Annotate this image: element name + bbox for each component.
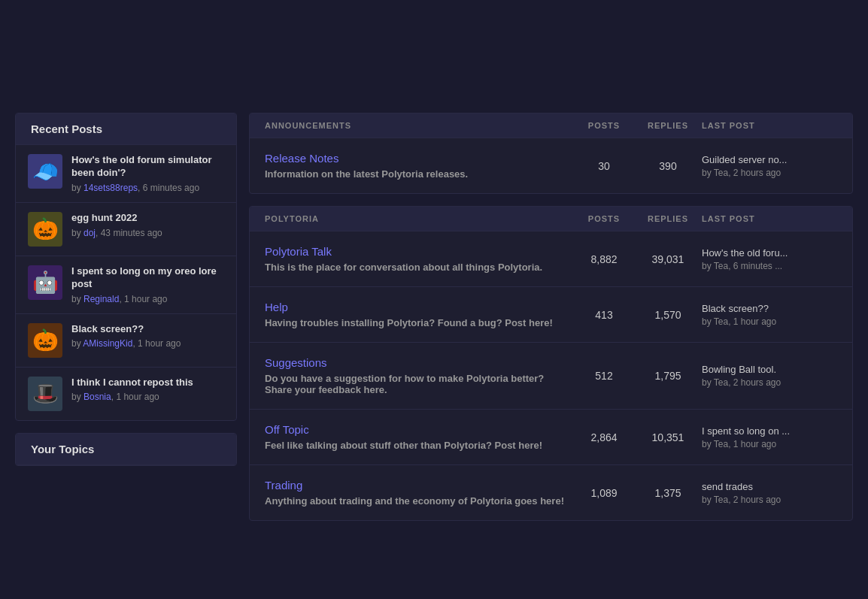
avatar-icon: 🎃	[32, 216, 59, 241]
sidebar: Recent Posts 🧢 How's the old forum simul…	[15, 113, 237, 533]
post-info: How's the old forum simulator been doin'…	[71, 154, 224, 193]
post-info: I spent so long on my oreo lore post by …	[71, 265, 224, 304]
post-info: Black screen?? by AMissingKid, 1 hour ag…	[71, 323, 224, 349]
forum-info: Release Notes Information on the latest …	[265, 152, 574, 180]
forum-header-row: POLYTORIA POSTS REPLIES LAST POST	[250, 207, 852, 231]
your-topics-section: Your Topics	[15, 433, 237, 466]
post-title: I spent so long on my oreo lore post	[71, 265, 224, 291]
recent-post-item[interactable]: 🎃 Black screen?? by AMissingKid, 1 hour …	[16, 314, 236, 368]
page-wrapper: Recent Posts 🧢 How's the old forum simul…	[0, 0, 868, 548]
forum-name[interactable]: Polytoria Talk	[265, 245, 574, 258]
forum-lastpost-title[interactable]: Guilded server no...	[702, 154, 837, 165]
post-author-link[interactable]: Reginald	[83, 294, 119, 304]
post-info: I think I cannot repost this by Bosnia, …	[71, 377, 224, 403]
forum-desc: Feel like talking about stuff other than…	[265, 440, 574, 451]
avatar: 🧢	[28, 154, 62, 189]
forum-lastpost-meta: by Tea, 2 hours ago	[702, 168, 837, 178]
forum-posts-count: 30	[574, 160, 634, 172]
post-meta: by 14sets88reps, 6 minutes ago	[71, 183, 224, 193]
recent-posts-header: Recent Posts	[16, 113, 236, 145]
post-author-link[interactable]: Bosnia	[83, 392, 111, 402]
forum-replies-count: 39,031	[634, 253, 702, 265]
forum-lastpost-title[interactable]: I spent so long on ...	[702, 425, 837, 437]
forum-posts-count: 413	[574, 309, 634, 321]
recent-post-item[interactable]: 🤖 I spent so long on my oreo lore post b…	[16, 256, 236, 314]
forum-lastpost-meta: by Tea, 1 hour ago	[702, 439, 837, 449]
post-info: egg hunt 2022 by doj, 43 minutes ago	[71, 212, 224, 238]
post-author-link[interactable]: AMissingKid	[83, 338, 132, 349]
forum-row: Off Topic Feel like talking about stuff …	[250, 410, 852, 465]
forum-posts-count: 512	[574, 370, 634, 382]
forum-lastpost: How's the old foru... by Tea, 6 minutes …	[702, 247, 837, 271]
forum-lastpost-title[interactable]: Black screen??	[702, 303, 837, 314]
forum-lastpost: Guilded server no... by Tea, 2 hours ago	[702, 154, 837, 178]
forum-row: Polytoria Talk This is the place for con…	[250, 231, 852, 287]
recent-post-item[interactable]: 🎩 I think I cannot repost this by Bosnia…	[16, 368, 236, 420]
your-topics-title: Your Topics	[31, 443, 94, 455]
forum-name[interactable]: Trading	[265, 479, 574, 492]
forum-desc: Do you have a suggestion for how to make…	[265, 373, 574, 395]
forum-replies-count: 1,795	[634, 370, 702, 382]
forum-sections-container: ANNOUNCEMENTS POSTS REPLIES LAST POST Re…	[249, 113, 853, 521]
recent-post-item[interactable]: 🎃 egg hunt 2022 by doj, 43 minutes ago	[16, 203, 236, 256]
forum-lastpost: Black screen?? by Tea, 1 hour ago	[702, 303, 837, 327]
forum-name[interactable]: Release Notes	[265, 152, 574, 165]
avatar: 🎩	[28, 377, 62, 411]
forum-lastpost-title[interactable]: send trades	[702, 481, 837, 492]
col-replies-header: REPLIES	[634, 214, 702, 223]
col-lastpost-header: LAST POST	[702, 214, 837, 223]
post-author-link[interactable]: doj	[83, 228, 96, 238]
post-title: Black screen??	[71, 323, 224, 336]
col-category-header: POLYTORIA	[265, 214, 574, 223]
forum-info: Off Topic Feel like talking about stuff …	[265, 423, 574, 451]
forum-desc: Anything about trading and the economy o…	[265, 495, 574, 507]
forum-section: ANNOUNCEMENTS POSTS REPLIES LAST POST Re…	[249, 113, 853, 194]
post-meta: by AMissingKid, 1 hour ago	[71, 338, 224, 349]
forum-lastpost-title[interactable]: Bowling Ball tool.	[702, 364, 837, 375]
forum-posts-count: 8,882	[574, 253, 634, 265]
post-meta: by Bosnia, 1 hour ago	[71, 392, 224, 402]
avatar-icon: 🧢	[32, 159, 59, 184]
forum-lastpost-meta: by Tea, 2 hours ago	[702, 377, 837, 388]
forum-lastpost: I spent so long on ... by Tea, 1 hour ag…	[702, 425, 837, 449]
avatar-icon: 🎃	[32, 328, 59, 352]
forum-info: Trading Anything about trading and the e…	[265, 479, 574, 507]
forum-desc: This is the place for conversation about…	[265, 262, 574, 273]
avatar-icon: 🎩	[32, 381, 59, 406]
forum-replies-count: 10,351	[634, 431, 702, 443]
forum-row: Suggestions Do you have a suggestion for…	[250, 343, 852, 410]
main-content: ANNOUNCEMENTS POSTS REPLIES LAST POST Re…	[249, 113, 853, 533]
forum-replies-count: 1,570	[634, 309, 702, 321]
forum-info: Polytoria Talk This is the place for con…	[265, 245, 574, 273]
post-title: How's the old forum simulator been doin'…	[71, 154, 224, 180]
recent-posts-title: Recent Posts	[31, 123, 102, 135]
forum-name[interactable]: Suggestions	[265, 356, 574, 369]
forum-replies-count: 1,375	[634, 487, 702, 499]
post-author-link[interactable]: 14sets88reps	[83, 183, 138, 193]
post-meta: by doj, 43 minutes ago	[71, 228, 224, 238]
forum-desc: Information on the latest Polytoria rele…	[265, 168, 574, 180]
forum-name[interactable]: Off Topic	[265, 423, 574, 436]
col-posts-header: POSTS	[574, 121, 634, 130]
col-lastpost-header: LAST POST	[702, 121, 837, 130]
forum-desc: Having troubles installing Polytoria? Fo…	[265, 317, 574, 328]
forum-info: Help Having troubles installing Polytori…	[265, 301, 574, 328]
forum-info: Suggestions Do you have a suggestion for…	[265, 356, 574, 395]
forum-lastpost: Bowling Ball tool. by Tea, 2 hours ago	[702, 364, 837, 388]
forum-name[interactable]: Help	[265, 301, 574, 313]
col-posts-header: POSTS	[574, 214, 634, 223]
recent-post-item[interactable]: 🧢 How's the old forum simulator been doi…	[16, 145, 236, 203]
recent-posts-list: 🧢 How's the old forum simulator been doi…	[16, 145, 236, 420]
post-title: egg hunt 2022	[71, 212, 224, 225]
avatar-icon: 🤖	[32, 270, 59, 295]
post-title: I think I cannot repost this	[71, 377, 224, 389]
forum-lastpost-meta: by Tea, 1 hour ago	[702, 316, 837, 327]
avatar: 🤖	[28, 265, 62, 300]
col-replies-header: REPLIES	[634, 121, 702, 130]
forum-replies-count: 390	[634, 160, 702, 172]
forum-lastpost-title[interactable]: How's the old foru...	[702, 247, 837, 259]
forum-header-row: ANNOUNCEMENTS POSTS REPLIES LAST POST	[250, 113, 852, 138]
forum-lastpost: send trades by Tea, 2 hours ago	[702, 481, 837, 505]
your-topics-header: Your Topics	[16, 434, 236, 465]
forum-row: Help Having troubles installing Polytori…	[250, 287, 852, 343]
